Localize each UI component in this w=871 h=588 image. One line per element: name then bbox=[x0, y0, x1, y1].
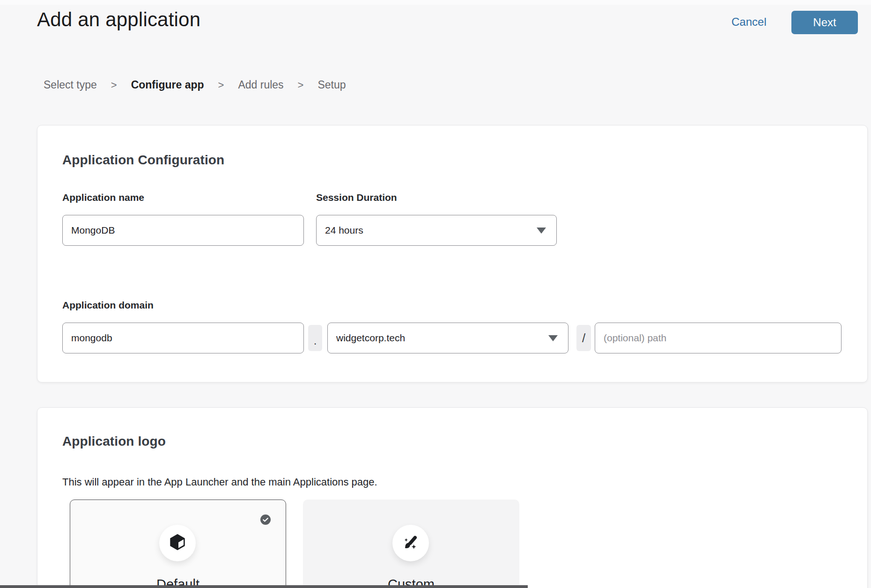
paintbrush-icon bbox=[401, 533, 420, 553]
breadcrumb-separator: > bbox=[218, 79, 224, 91]
domain-slash-separator: / bbox=[576, 325, 591, 351]
section-heading-application-configuration: Application Configuration bbox=[62, 153, 224, 168]
logo-icon-circle bbox=[392, 525, 429, 561]
breadcrumb-separator: > bbox=[111, 79, 117, 91]
path-input[interactable] bbox=[595, 323, 841, 353]
section-heading-application-logo: Application logo bbox=[62, 434, 166, 449]
logo-icon-circle bbox=[159, 525, 196, 561]
session-duration-select[interactable]: 24 hours bbox=[316, 215, 557, 246]
domain-dot-separator: . bbox=[308, 325, 322, 351]
breadcrumb-step-add-rules[interactable]: Add rules bbox=[238, 79, 283, 91]
domain-select-value: widgetcorp.tech bbox=[336, 332, 405, 344]
breadcrumb-step-setup[interactable]: Setup bbox=[317, 79, 346, 91]
application-name-input[interactable] bbox=[62, 215, 304, 246]
application-logo-description: This will appear in the App Launcher and… bbox=[62, 476, 377, 488]
breadcrumb: Select type > Configure app > Add rules … bbox=[44, 79, 346, 91]
selected-check-icon bbox=[260, 514, 271, 525]
breadcrumb-step-configure-app[interactable]: Configure app bbox=[131, 79, 204, 91]
top-edge-highlight bbox=[0, 0, 871, 5]
subdomain-input[interactable] bbox=[62, 323, 304, 353]
session-duration-value: 24 hours bbox=[325, 225, 363, 236]
logo-option-custom[interactable]: Custom bbox=[303, 500, 519, 588]
application-name-label: Application name bbox=[62, 192, 144, 203]
cube-icon bbox=[168, 533, 187, 553]
application-domain-label: Application domain bbox=[62, 300, 154, 311]
domain-select[interactable]: widgetcorp.tech bbox=[327, 323, 568, 353]
application-configuration-card: Application Configuration Application na… bbox=[37, 125, 868, 382]
cancel-button[interactable]: Cancel bbox=[731, 15, 767, 29]
caret-down-icon bbox=[537, 228, 546, 234]
page-title: Add an application bbox=[37, 8, 200, 31]
session-duration-label: Session Duration bbox=[316, 192, 397, 203]
breadcrumb-step-select-type[interactable]: Select type bbox=[44, 79, 97, 91]
breadcrumb-separator: > bbox=[298, 79, 304, 91]
add-application-page: Add an application Cancel Next Select ty… bbox=[0, 0, 871, 588]
caret-down-icon bbox=[548, 335, 558, 341]
next-button[interactable]: Next bbox=[791, 11, 858, 34]
bottom-edge-bar bbox=[0, 585, 528, 588]
application-logo-card: Application logo This will appear in the… bbox=[37, 407, 868, 588]
logo-option-default[interactable]: Default bbox=[70, 500, 286, 588]
